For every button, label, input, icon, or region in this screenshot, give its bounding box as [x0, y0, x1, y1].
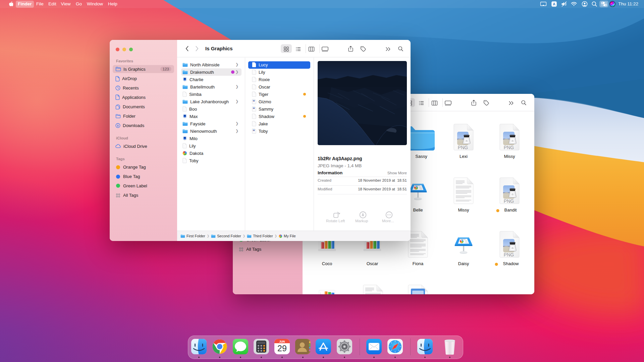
svg-text:A: A [553, 2, 555, 6]
